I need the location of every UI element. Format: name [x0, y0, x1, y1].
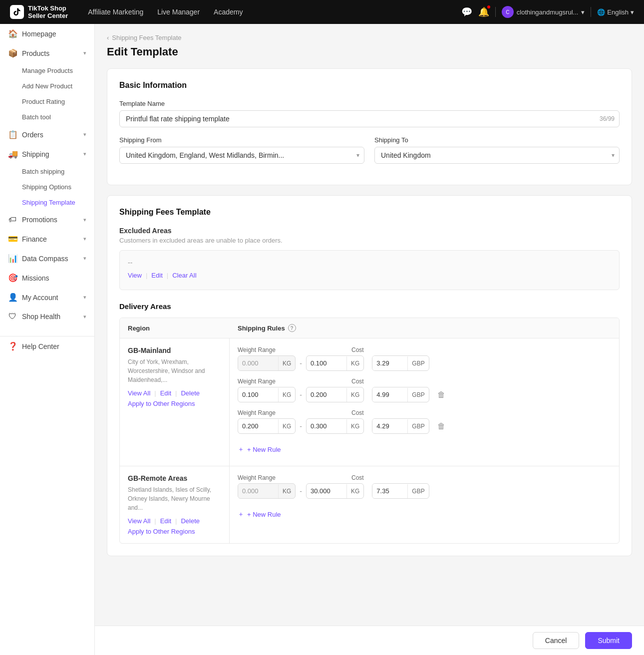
data-compass-icon: 📊: [8, 254, 17, 263]
shipping-to-select[interactable]: United Kingdom: [374, 147, 620, 164]
products-submenu: Manage Products Add New Product Product …: [0, 63, 94, 125]
gb-mainland-view-link[interactable]: View All: [128, 389, 150, 397]
shipping-from-group: Shipping From United Kingdom, England, W…: [119, 136, 364, 164]
gb-remote-view-link[interactable]: View All: [128, 517, 150, 525]
shipping-to-label: Shipping To: [374, 136, 620, 144]
weight-rule: Weight Range Cost KG -: [238, 474, 611, 499]
region-desc-gb-mainland: City of York, Wrexham, Worcestershire, W…: [128, 357, 221, 384]
weight-inputs-1: KG - KG GBP: [238, 355, 611, 371]
account-switcher[interactable]: C clothingandmugsrul... ▾: [502, 6, 585, 18]
sidebar-item-orders[interactable]: 📋 Orders ▾: [0, 125, 94, 144]
nav-academy[interactable]: Academy: [214, 8, 243, 16]
sidebar-item-finance[interactable]: 💳 Finance ▾: [0, 229, 94, 249]
add-new-rule-gb-mainland-button[interactable]: ＋ + New Rule: [238, 441, 611, 458]
weight-to-group-r1: KG: [306, 483, 364, 499]
shipping-fees-card: Shipping Fees Template Excluded Areas Cu…: [107, 195, 632, 556]
submit-button[interactable]: Submit: [585, 632, 632, 649]
delete-rule-3-button[interactable]: 🗑: [437, 422, 445, 431]
finance-chevron-icon: ▾: [83, 236, 86, 242]
globe-icon: 🌐: [597, 8, 605, 16]
weight-to-input-3[interactable]: [307, 419, 346, 433]
weight-to-input-1[interactable]: [307, 356, 346, 370]
cost-input-1[interactable]: [372, 356, 407, 370]
sidebar-item-data-compass[interactable]: 📊 Data Compass ▾: [0, 249, 94, 268]
sidebar-item-homepage[interactable]: 🏠 Homepage: [0, 24, 94, 43]
sidebar: 🏠 Homepage 📦 Products ▾ Manage Products …: [0, 24, 95, 655]
breadcrumb-arrow-icon: ‹: [107, 34, 109, 41]
my-account-icon: 👤: [8, 293, 17, 302]
home-icon: 🏠: [8, 29, 17, 38]
weight-to-input-r1[interactable]: [307, 484, 346, 498]
template-name-input[interactable]: [119, 110, 620, 127]
gb-remote-edit-link[interactable]: Edit: [160, 517, 171, 525]
message-icon[interactable]: 💬: [461, 6, 472, 17]
plus-icon-remote: ＋: [238, 510, 244, 519]
gb-mainland-apply-link[interactable]: Apply to Other Regions: [128, 400, 221, 407]
sidebar-item-shop-health[interactable]: 🛡 Shop Health ▾: [0, 307, 94, 326]
weight-rule: Weight Range Cost KG -: [238, 346, 611, 371]
shipping-chevron-icon: ▾: [83, 151, 86, 157]
region-name-gb-remote: GB-Remote Areas: [128, 474, 221, 482]
sidebar-item-batch-shipping[interactable]: Batch shipping: [22, 164, 94, 179]
weight-from-input-2[interactable]: [238, 387, 278, 402]
gb-remote-delete-link[interactable]: Delete: [181, 517, 200, 525]
sidebar-item-product-rating[interactable]: Product Rating: [22, 94, 94, 109]
excluded-edit-link[interactable]: Edit: [151, 272, 162, 279]
delivery-table: Region Shipping Rules ? GB-Mainland City…: [119, 318, 620, 544]
sidebar-item-promotions[interactable]: 🏷 Promotions ▾: [0, 210, 94, 229]
gb-mainland-delete-link[interactable]: Delete: [181, 389, 200, 397]
page-title: Edit Template: [107, 45, 632, 58]
shipping-rules-info-icon[interactable]: ?: [288, 324, 296, 332]
nav-affiliate-marketing[interactable]: Affiliate Marketing: [88, 8, 143, 16]
logo[interactable]: TikTok ShopSeller Center: [10, 4, 68, 19]
sidebar-item-add-product[interactable]: Add New Product: [22, 78, 94, 94]
shipping-from-select-wrapper: United Kingdom, England, West Midlands, …: [119, 147, 364, 164]
notification-icon[interactable]: 🔔: [478, 6, 489, 17]
gb-mainland-edit-link[interactable]: Edit: [160, 389, 171, 397]
nav-live-manager[interactable]: Live Manager: [157, 8, 200, 16]
sidebar-item-products[interactable]: 📦 Products ▾: [0, 43, 94, 63]
cancel-button[interactable]: Cancel: [533, 632, 580, 649]
cost-input-r1[interactable]: [372, 484, 407, 498]
sidebar-item-shipping-options[interactable]: Shipping Options: [22, 179, 94, 195]
weight-from-group-1: KG: [238, 355, 296, 371]
excluded-areas-value: --: [128, 259, 611, 267]
rules-cell-gb-remote: Weight Range Cost KG -: [230, 466, 619, 543]
excluded-view-link[interactable]: View: [128, 272, 142, 279]
weight-from-input-r1: [238, 484, 278, 498]
excluded-areas-title: Excluded Areas: [119, 227, 620, 235]
rules-cell-gb-mainland: Weight Range Cost KG -: [230, 338, 619, 466]
gb-remote-apply-link-wrapper: Apply to Other Regions: [128, 528, 221, 535]
sidebar-item-shipping-template[interactable]: Shipping Template: [22, 195, 94, 210]
avatar: C: [502, 6, 514, 18]
breadcrumb-parent[interactable]: Shipping Fees Template: [112, 34, 181, 41]
weight-to-input-2[interactable]: [307, 387, 346, 402]
cost-input-2[interactable]: [372, 387, 407, 402]
cost-label-header-r1: Cost: [351, 474, 364, 481]
table-row: GB-Mainland City of York, Wrexham, Worce…: [120, 338, 619, 466]
weight-from-input-3[interactable]: [238, 419, 278, 433]
divider: [495, 7, 496, 17]
sidebar-item-manage-products[interactable]: Manage Products: [22, 63, 94, 78]
sidebar-item-shipping[interactable]: 🚚 Shipping ▾: [0, 144, 94, 164]
gb-remote-apply-link[interactable]: Apply to Other Regions: [128, 528, 221, 535]
sidebar-item-missions[interactable]: 🎯 Missions: [0, 268, 94, 288]
sidebar-item-my-account[interactable]: 👤 My Account ▾: [0, 288, 94, 307]
account-chevron-icon: ▾: [581, 8, 585, 16]
language-switcher[interactable]: 🌐 English ▾: [597, 8, 634, 16]
cost-input-3[interactable]: [372, 419, 407, 433]
delete-rule-2-button[interactable]: 🗑: [437, 390, 445, 399]
sidebar-item-help[interactable]: ❓ Help Center: [0, 336, 94, 356]
sidebar-item-batch-tool[interactable]: Batch tool: [22, 109, 94, 125]
region-cell-gb-mainland: GB-Mainland City of York, Wrexham, Worce…: [120, 338, 230, 466]
promotions-icon: 🏷: [8, 215, 17, 224]
shipping-from-to-row: Shipping From United Kingdom, England, W…: [119, 136, 620, 173]
excluded-areas-box: -- View | Edit | Clear All: [119, 250, 620, 290]
weight-range-label-2: Weight Range: [238, 378, 332, 385]
data-compass-chevron-icon: ▾: [83, 255, 86, 262]
weight-inputs-r1: KG - KG GBP: [238, 483, 611, 499]
add-new-rule-gb-remote-button[interactable]: ＋ + New Rule: [238, 506, 611, 523]
weight-inputs-3: KG - KG GBP: [238, 418, 611, 434]
excluded-clear-link[interactable]: Clear All: [172, 272, 196, 279]
shipping-from-select[interactable]: United Kingdom, England, West Midlands, …: [119, 147, 364, 164]
